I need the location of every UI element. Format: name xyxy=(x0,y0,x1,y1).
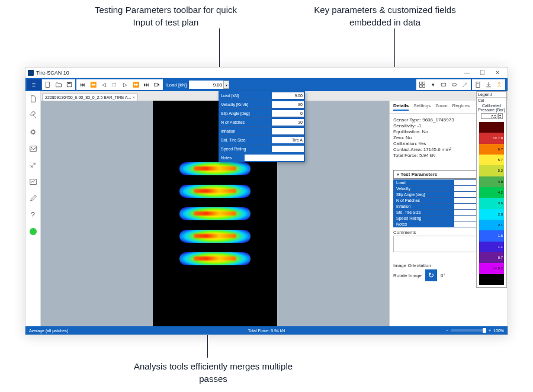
pressure-canvas[interactable] xyxy=(41,101,389,326)
save-button[interactable] xyxy=(65,80,74,89)
dropdown-value-input[interactable]: 9.00 xyxy=(272,92,304,99)
user-button[interactable] xyxy=(495,80,504,89)
region-rect-button[interactable] xyxy=(439,80,448,89)
prev-fast-button[interactable]: ⏪ xyxy=(88,80,98,89)
app-icon xyxy=(28,70,34,76)
document-tab[interactable]: 220809130450_6.00_80_0_2.5 BAR_TIRE A...… xyxy=(42,94,138,101)
param-key: Slip Angle [deg] xyxy=(394,192,454,198)
legend-segment xyxy=(479,122,504,133)
legend-segment: 6.7 xyxy=(479,144,504,155)
svg-line-10 xyxy=(463,82,467,87)
rotate-button[interactable]: ↻ xyxy=(425,269,437,281)
dropdown-key: Slip Angle [deg] xyxy=(219,111,272,115)
tab-regions[interactable]: Regions xyxy=(452,103,470,111)
next-fast-button[interactable]: ⏩ xyxy=(131,80,140,89)
export-button[interactable] xyxy=(484,80,493,89)
svg-rect-15 xyxy=(30,146,36,152)
dropdown-value-input[interactable]: 80 xyxy=(272,101,304,108)
tab-settings[interactable]: Settings xyxy=(413,103,431,111)
tab-close-icon[interactable]: × xyxy=(133,95,136,100)
pressure-patch xyxy=(179,230,251,243)
legend-segment: 4.2 xyxy=(479,187,504,198)
legend-segment: 5.2 xyxy=(479,165,504,176)
calculator-button[interactable] xyxy=(473,80,483,89)
wrench-icon[interactable] xyxy=(28,110,38,121)
load-input[interactable] xyxy=(189,81,223,89)
graph-icon[interactable] xyxy=(28,176,38,187)
dropdown-value-input[interactable] xyxy=(272,128,304,134)
param-key: Std. Tire Size xyxy=(394,210,454,216)
callout-analysis: Analysis tools efficiently merges multip… xyxy=(124,360,302,385)
legend-title: Calibrated Pressure (Bar) xyxy=(477,103,506,113)
svg-point-14 xyxy=(31,130,34,133)
load-dropdown-toggle[interactable]: ▾ xyxy=(223,81,229,89)
spinner-icon[interactable]: ▲▼ xyxy=(498,113,503,119)
grid-dropdown-icon[interactable]: ▾ xyxy=(428,80,438,89)
open-button[interactable] xyxy=(54,80,63,89)
grid-2d-button[interactable] xyxy=(418,80,427,89)
dropdown-row: Notes xyxy=(219,153,305,162)
svg-point-13 xyxy=(499,82,500,84)
legend-segment: 0.7 xyxy=(479,252,504,263)
main-toolbar: ≡ ⏮ ⏪ ◁ □ ▷ ⏩ ⏭ Load [kN] ▾ ▾ xyxy=(25,78,508,91)
dropdown-key: Inflation xyxy=(219,129,272,133)
dropdown-key: Std. Tire Size xyxy=(219,138,272,142)
tab-zoom[interactable]: Zoom xyxy=(435,103,447,111)
titlebar: Tire-SCAN 10 — ☐ ✕ xyxy=(25,68,508,78)
load-param-field: Load [kN] ▾ xyxy=(164,79,229,90)
rotate-label: Rotate Image xyxy=(393,273,422,278)
param-key: N of Patches xyxy=(394,198,454,204)
image-icon[interactable] xyxy=(28,143,38,154)
close-button[interactable]: ✕ xyxy=(490,68,505,78)
pressure-patch xyxy=(179,185,251,198)
zoom-value: 100% xyxy=(493,329,504,333)
svg-rect-11 xyxy=(476,82,480,88)
dropdown-value-input[interactable]: Tire A xyxy=(272,137,304,143)
last-frame-button[interactable]: ⏭ xyxy=(142,80,151,89)
prev-button[interactable]: ◁ xyxy=(99,80,108,89)
app-window: Tire-SCAN 10 — ☐ ✕ ≡ ⏮ ⏪ ◁ □ ▷ ⏩ ⏭ Load … xyxy=(25,67,508,335)
status-indicator xyxy=(28,226,38,237)
dropdown-key: N of Patches xyxy=(219,120,272,124)
hamburger-menu-button[interactable]: ≡ xyxy=(27,79,41,90)
region-line-button[interactable] xyxy=(460,80,470,89)
callout-toolbar: Testing Parameters toolbar for quick Inp… xyxy=(89,4,243,28)
dropdown-row: Speed Rating xyxy=(219,144,305,153)
legend-tab-cal[interactable]: Cal xyxy=(477,98,506,103)
record-button[interactable] xyxy=(152,80,162,89)
tab-details[interactable]: Details xyxy=(393,103,409,111)
pressure-patch xyxy=(179,162,251,175)
zoom-in-icon[interactable]: + xyxy=(489,329,491,333)
play-button[interactable]: ▷ xyxy=(120,80,130,89)
legend-header: Legend xyxy=(477,92,506,98)
pencil-icon[interactable] xyxy=(28,193,38,204)
dropdown-value-input[interactable]: 0 xyxy=(272,110,304,117)
zoom-out-icon[interactable]: − xyxy=(446,329,448,333)
svg-rect-4 xyxy=(420,82,422,85)
dropdown-value-input[interactable]: 30 xyxy=(272,119,304,126)
legend-segment: 3.6 xyxy=(479,198,504,208)
legend-segment: 2.8 xyxy=(479,209,504,220)
region-ellipse-button[interactable] xyxy=(449,80,459,89)
callout-params: Key parameters & customized fields embed… xyxy=(302,4,468,28)
first-frame-button[interactable]: ⏮ xyxy=(78,80,87,89)
test-parameters-dropdown: Load [kN]9.00Velocity [Km/h]80Slip Angle… xyxy=(219,91,305,162)
dropdown-value-input[interactable] xyxy=(245,155,304,161)
svg-rect-3 xyxy=(155,83,158,86)
legend-segment: 4.8 xyxy=(479,176,504,187)
param-key: Velocity xyxy=(394,186,454,192)
measure-icon[interactable] xyxy=(28,160,38,171)
legend-value-input[interactable] xyxy=(481,113,497,119)
stop-button[interactable]: □ xyxy=(110,80,119,89)
new-button[interactable] xyxy=(43,80,53,89)
gear-icon[interactable] xyxy=(28,127,38,137)
minimize-button[interactable]: — xyxy=(459,68,474,78)
zoom-slider[interactable] xyxy=(451,329,486,332)
document-icon[interactable] xyxy=(28,94,38,104)
window-title: Tire-SCAN 10 xyxy=(36,70,69,76)
dropdown-value-input[interactable] xyxy=(272,146,304,152)
maximize-button[interactable]: ☐ xyxy=(474,68,490,78)
status-left: Average (all patches) xyxy=(29,329,68,333)
svg-point-9 xyxy=(452,83,457,86)
help-icon[interactable]: ? xyxy=(28,210,38,220)
